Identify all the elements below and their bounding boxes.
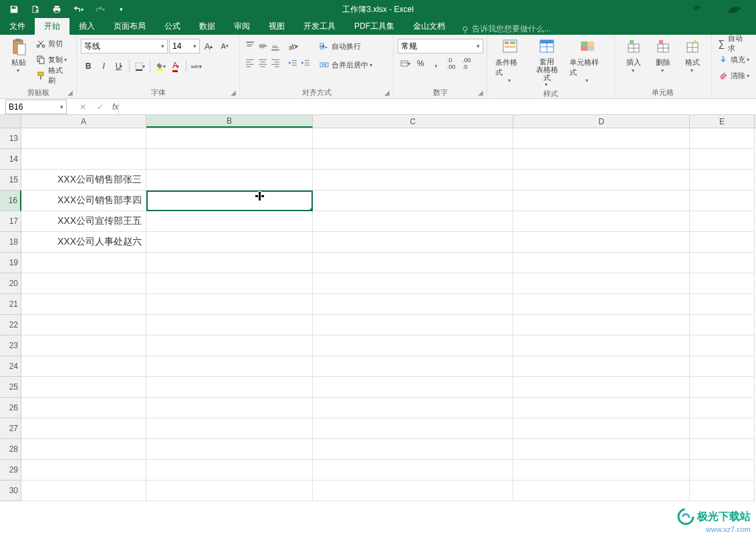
conditional-format-button[interactable]: 条件格式▾ [491, 36, 529, 85]
cell[interactable] [313, 398, 513, 418]
qat-customize[interactable]: ▾ [111, 0, 131, 19]
cell[interactable] [513, 211, 690, 232]
row-header[interactable]: 18 [0, 232, 21, 253]
cell[interactable] [313, 460, 513, 481]
cell[interactable] [313, 232, 513, 253]
row-header[interactable]: 24 [0, 356, 21, 377]
font-name-combo[interactable]: 等线▾ [81, 39, 168, 53]
cell[interactable] [146, 315, 313, 336]
cell[interactable] [513, 439, 690, 460]
delete-cells-button[interactable]: 删除▾ [648, 36, 678, 75]
save-button[interactable] [4, 0, 24, 19]
cell[interactable] [146, 481, 313, 501]
tab-insert[interactable]: 插入 [70, 18, 104, 35]
cell[interactable] [690, 439, 755, 460]
tab-jinshan[interactable]: 金山文档 [404, 18, 455, 35]
cell[interactable] [21, 336, 146, 356]
format-painter-button[interactable]: 格式刷 [33, 68, 72, 83]
cell[interactable] [513, 377, 690, 398]
increase-font-button[interactable]: A▴ [201, 39, 216, 53]
cell[interactable] [313, 294, 513, 315]
cell[interactable] [313, 336, 513, 356]
tab-pdf[interactable]: PDF工具集 [345, 18, 404, 35]
tab-view[interactable]: 视图 [259, 18, 294, 35]
select-all-corner[interactable] [0, 115, 21, 128]
cell[interactable] [21, 253, 146, 273]
comma-button[interactable]: , [428, 56, 443, 71]
cell[interactable]: XXX公司销售部李四 [21, 190, 146, 211]
cell[interactable] [146, 439, 313, 460]
cell[interactable] [690, 253, 755, 273]
cell[interactable] [690, 232, 755, 253]
cell[interactable] [146, 418, 313, 439]
cell[interactable] [146, 377, 313, 398]
align-right-button[interactable] [269, 55, 281, 70]
cell[interactable] [690, 211, 755, 232]
cell[interactable] [690, 315, 755, 336]
formula-bar[interactable] [118, 100, 756, 114]
cell[interactable] [513, 315, 690, 336]
paste-button[interactable]: 粘贴 ▾ [4, 36, 33, 75]
row-header[interactable]: 30 [0, 481, 21, 501]
cell[interactable] [513, 356, 690, 377]
tab-home[interactable]: 开始 [35, 18, 70, 35]
tab-layout[interactable]: 页面布局 [104, 18, 155, 35]
cell[interactable] [313, 149, 513, 170]
col-header-E[interactable]: E [690, 115, 755, 128]
row-header[interactable]: 22 [0, 315, 21, 336]
number-launcher[interactable]: ◢ [476, 88, 485, 97]
alignment-launcher[interactable]: ◢ [382, 88, 392, 97]
cell[interactable] [690, 398, 755, 418]
col-header-D[interactable]: D [513, 115, 690, 128]
cell[interactable] [690, 294, 755, 315]
cell[interactable] [21, 356, 146, 377]
cancel-formula-button[interactable]: ✕ [75, 100, 91, 114]
cell[interactable] [21, 149, 146, 170]
merge-center-button[interactable]: 合并后居中▾ [317, 57, 375, 72]
insert-cells-button[interactable]: 插入▾ [619, 36, 648, 75]
cell[interactable] [21, 273, 146, 294]
tell-me-search[interactable]: 告诉我您想要做什么... [461, 23, 551, 35]
cell[interactable] [21, 377, 146, 398]
align-left-button[interactable] [244, 55, 256, 70]
cell[interactable] [146, 273, 313, 294]
cell[interactable] [21, 460, 146, 481]
undo-button[interactable]: ▾ [68, 0, 88, 19]
new-button[interactable] [25, 0, 45, 19]
border-button[interactable]: ▾ [132, 59, 147, 74]
enter-formula-button[interactable]: ✓ [92, 100, 108, 114]
cell[interactable] [313, 253, 513, 273]
cell[interactable] [690, 273, 755, 294]
increase-decimal-button[interactable]: .0.00 [444, 56, 459, 71]
row-header[interactable]: 15 [0, 170, 21, 190]
cell[interactable] [313, 128, 513, 149]
row-header[interactable]: 21 [0, 294, 21, 315]
fill-color-button[interactable]: ▾ [153, 59, 168, 74]
increase-indent-button[interactable] [299, 55, 311, 70]
cell[interactable] [21, 294, 146, 315]
print-button[interactable] [47, 0, 67, 19]
cell[interactable] [513, 398, 690, 418]
percent-button[interactable]: % [413, 56, 428, 71]
underline-button[interactable]: U▾ [112, 59, 126, 74]
row-header[interactable]: 16 [0, 190, 21, 211]
cell[interactable] [21, 418, 146, 439]
cell[interactable] [513, 128, 690, 149]
cell[interactable] [146, 356, 313, 377]
redo-button[interactable]: ▾ [90, 0, 110, 19]
tab-formula[interactable]: 公式 [155, 18, 190, 35]
cell[interactable] [513, 294, 690, 315]
cell[interactable] [690, 190, 755, 211]
cell[interactable] [146, 336, 313, 356]
format-table-button[interactable]: 套用 表格格式▾ [529, 36, 566, 89]
cell[interactable] [146, 211, 313, 232]
row-header[interactable]: 26 [0, 398, 21, 418]
orientation-button[interactable]: ab▾ [287, 39, 299, 53]
wrap-text-button[interactable]: ab自动换行 [317, 39, 375, 53]
cell[interactable] [146, 149, 313, 170]
tab-dev[interactable]: 开发工具 [294, 18, 345, 35]
cell[interactable] [513, 336, 690, 356]
row-header[interactable]: 17 [0, 211, 21, 232]
col-header-B[interactable]: B [146, 115, 313, 128]
cell[interactable] [146, 232, 313, 253]
